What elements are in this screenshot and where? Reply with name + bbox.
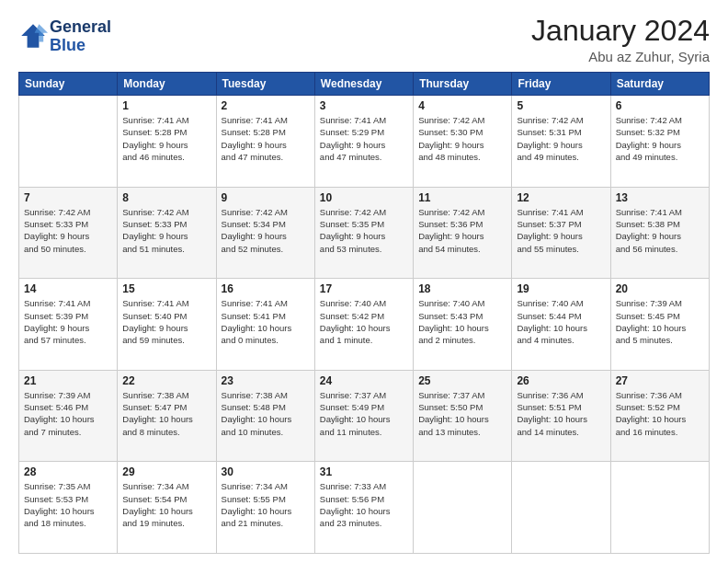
day-info: Sunrise: 7:41 AMSunset: 5:29 PMDaylight:…: [320, 114, 408, 163]
calendar-cell: 26Sunrise: 7:36 AMSunset: 5:51 PMDayligh…: [512, 370, 610, 462]
calendar-cell: 9Sunrise: 7:42 AMSunset: 5:34 PMDaylight…: [216, 187, 314, 279]
sunrise-text: Sunrise: 7:39 AM: [24, 389, 112, 401]
subtitle: Abu az Zuhur, Syria: [531, 49, 710, 64]
daylight-text-line2: and 56 minutes.: [616, 243, 704, 255]
daylight-text-line1: Daylight: 10 hours: [222, 322, 310, 334]
sunset-text: Sunset: 5:30 PM: [418, 126, 506, 138]
calendar-cell: 11Sunrise: 7:42 AMSunset: 5:36 PMDayligh…: [414, 187, 512, 279]
day-info: Sunrise: 7:38 AMSunset: 5:48 PMDaylight:…: [222, 389, 310, 438]
daylight-text-line2: and 57 minutes.: [24, 334, 112, 346]
daylight-text-line2: and 47 minutes.: [320, 151, 408, 163]
calendar-cell: 22Sunrise: 7:38 AMSunset: 5:47 PMDayligh…: [118, 370, 216, 462]
day-number: 8: [122, 191, 210, 204]
day-number: 31: [320, 465, 408, 478]
sunset-text: Sunset: 5:35 PM: [320, 218, 408, 230]
sunset-text: Sunset: 5:31 PM: [517, 126, 605, 138]
day-info: Sunrise: 7:42 AMSunset: 5:33 PMDaylight:…: [24, 206, 112, 255]
day-number: 23: [222, 374, 310, 387]
day-number: 19: [517, 282, 605, 295]
daylight-text-line1: Daylight: 9 hours: [418, 230, 506, 242]
daylight-text-line1: Daylight: 9 hours: [24, 230, 112, 242]
sunrise-text: Sunrise: 7:38 AM: [122, 389, 210, 401]
day-info: Sunrise: 7:41 AMSunset: 5:38 PMDaylight:…: [616, 206, 704, 255]
day-number: 4: [418, 99, 506, 112]
sunrise-text: Sunrise: 7:42 AM: [418, 206, 506, 218]
sunset-text: Sunset: 5:28 PM: [122, 126, 210, 138]
daylight-text-line2: and 49 minutes.: [616, 151, 704, 163]
day-number: 11: [418, 191, 506, 204]
day-number: 12: [517, 191, 605, 204]
day-info: Sunrise: 7:40 AMSunset: 5:42 PMDaylight:…: [320, 297, 408, 346]
day-info: Sunrise: 7:42 AMSunset: 5:33 PMDaylight:…: [122, 206, 210, 255]
daylight-text-line2: and 23 minutes.: [320, 517, 408, 529]
day-number: 20: [616, 282, 704, 295]
sunset-text: Sunset: 5:46 PM: [24, 401, 112, 413]
day-number: 5: [517, 99, 605, 112]
calendar-cell: 2Sunrise: 7:41 AMSunset: 5:28 PMDaylight…: [216, 96, 314, 188]
calendar-cell: 4Sunrise: 7:42 AMSunset: 5:30 PMDaylight…: [414, 96, 512, 188]
main-title: January 2024: [531, 15, 710, 47]
day-info: Sunrise: 7:41 AMSunset: 5:28 PMDaylight:…: [122, 114, 210, 163]
day-info: Sunrise: 7:42 AMSunset: 5:34 PMDaylight:…: [222, 206, 310, 255]
sunset-text: Sunset: 5:47 PM: [122, 401, 210, 413]
sunrise-text: Sunrise: 7:41 AM: [222, 297, 310, 309]
calendar-cell: [414, 462, 512, 554]
sunrise-text: Sunrise: 7:42 AM: [24, 206, 112, 218]
sunset-text: Sunset: 5:43 PM: [418, 310, 506, 322]
weekday-header-saturday: Saturday: [610, 73, 709, 96]
sunrise-text: Sunrise: 7:34 AM: [122, 480, 210, 492]
weekday-header-friday: Friday: [512, 73, 610, 96]
logo-line2: Blue: [50, 37, 111, 55]
day-number: 29: [122, 465, 210, 478]
daylight-text-line2: and 47 minutes.: [222, 151, 310, 163]
sunset-text: Sunset: 5:44 PM: [517, 310, 605, 322]
day-info: Sunrise: 7:38 AMSunset: 5:47 PMDaylight:…: [122, 389, 210, 438]
sunrise-text: Sunrise: 7:41 AM: [222, 114, 310, 126]
calendar-cell: 15Sunrise: 7:41 AMSunset: 5:40 PMDayligh…: [118, 279, 216, 371]
day-info: Sunrise: 7:41 AMSunset: 5:28 PMDaylight:…: [222, 114, 310, 163]
page: General Blue January 2024 Abu az Zuhur, …: [0, 0, 728, 563]
calendar-cell: 12Sunrise: 7:41 AMSunset: 5:37 PMDayligh…: [512, 187, 610, 279]
daylight-text-line2: and 53 minutes.: [320, 243, 408, 255]
day-number: 30: [222, 465, 310, 478]
daylight-text-line2: and 0 minutes.: [222, 334, 310, 346]
calendar-cell: 13Sunrise: 7:41 AMSunset: 5:38 PMDayligh…: [610, 187, 709, 279]
day-number: 1: [122, 99, 210, 112]
daylight-text-line1: Daylight: 9 hours: [122, 322, 210, 334]
day-info: Sunrise: 7:40 AMSunset: 5:43 PMDaylight:…: [418, 297, 506, 346]
daylight-text-line1: Daylight: 9 hours: [616, 230, 704, 242]
sunrise-text: Sunrise: 7:33 AM: [320, 480, 408, 492]
daylight-text-line1: Daylight: 9 hours: [24, 322, 112, 334]
calendar-week-row: 7Sunrise: 7:42 AMSunset: 5:33 PMDaylight…: [19, 187, 710, 279]
daylight-text-line2: and 8 minutes.: [122, 426, 210, 438]
weekday-header-sunday: Sunday: [19, 73, 118, 96]
sunrise-text: Sunrise: 7:36 AM: [517, 389, 605, 401]
daylight-text-line2: and 5 minutes.: [616, 334, 704, 346]
calendar-cell: 18Sunrise: 7:40 AMSunset: 5:43 PMDayligh…: [414, 279, 512, 371]
daylight-text-line2: and 46 minutes.: [122, 151, 210, 163]
sunrise-text: Sunrise: 7:42 AM: [320, 206, 408, 218]
calendar-cell: 24Sunrise: 7:37 AMSunset: 5:49 PMDayligh…: [314, 370, 413, 462]
daylight-text-line2: and 59 minutes.: [122, 334, 210, 346]
day-number: 6: [616, 99, 704, 112]
daylight-text-line2: and 54 minutes.: [418, 243, 506, 255]
daylight-text-line1: Daylight: 10 hours: [222, 413, 310, 425]
day-info: Sunrise: 7:41 AMSunset: 5:40 PMDaylight:…: [122, 297, 210, 346]
sunrise-text: Sunrise: 7:42 AM: [418, 114, 506, 126]
daylight-text-line2: and 48 minutes.: [418, 151, 506, 163]
sunset-text: Sunset: 5:29 PM: [320, 126, 408, 138]
day-number: 27: [616, 374, 704, 387]
day-info: Sunrise: 7:41 AMSunset: 5:41 PMDaylight:…: [222, 297, 310, 346]
sunset-text: Sunset: 5:36 PM: [418, 218, 506, 230]
calendar-cell: 19Sunrise: 7:40 AMSunset: 5:44 PMDayligh…: [512, 279, 610, 371]
sunset-text: Sunset: 5:45 PM: [616, 310, 704, 322]
sunrise-text: Sunrise: 7:40 AM: [418, 297, 506, 309]
sunset-text: Sunset: 5:41 PM: [222, 310, 310, 322]
day-info: Sunrise: 7:37 AMSunset: 5:50 PMDaylight:…: [418, 389, 506, 438]
title-block: January 2024 Abu az Zuhur, Syria: [531, 15, 710, 64]
daylight-text-line1: Daylight: 10 hours: [616, 413, 704, 425]
day-number: 13: [616, 191, 704, 204]
calendar-cell: [512, 462, 610, 554]
sunset-text: Sunset: 5:55 PM: [222, 493, 310, 505]
day-info: Sunrise: 7:42 AMSunset: 5:35 PMDaylight:…: [320, 206, 408, 255]
